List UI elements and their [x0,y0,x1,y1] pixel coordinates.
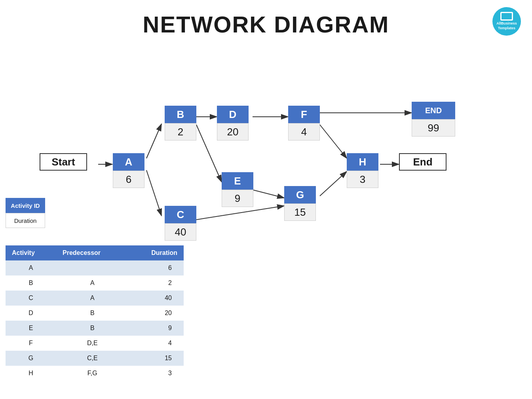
node-E: E 9 [222,172,253,207]
node-G-id: G [284,186,316,203]
logo: AllBusiness Templates [492,7,521,36]
node-C: C 40 [165,206,196,241]
table-row: CA40 [6,291,184,306]
cell-predecessor: B [56,321,129,336]
node-D: D 20 [217,106,249,141]
cell-activity: E [6,321,56,336]
end-duration: 99 [412,119,455,137]
node-end: End [399,153,446,171]
legend-duration: Duration [6,213,45,228]
table-row: EB9 [6,321,184,336]
legend-activity-id: Activity ID [6,198,45,213]
legend: Activity ID Duration [6,198,45,228]
cell-duration: 20 [129,306,184,321]
col-predecessor: Predecessor [56,245,129,260]
node-D-duration: 20 [217,123,249,141]
cell-predecessor: B [56,306,129,321]
cell-activity: A [6,260,56,276]
node-C-duration: 40 [165,223,196,241]
cell-duration: 4 [129,336,184,351]
node-F-id: F [288,106,320,123]
node-H: H 3 [347,153,378,188]
cell-predecessor [56,260,129,276]
table-row: A6 [6,260,184,276]
activity-table: Activity Predecessor Duration A6BA2CA40D… [6,245,184,381]
table-row: BA2 [6,276,184,291]
end-id: END [412,102,455,119]
cell-duration: 9 [129,321,184,336]
cell-activity: D [6,306,56,321]
svg-line-8 [196,206,284,220]
node-E-id: E [222,172,253,190]
cell-predecessor: A [56,291,129,306]
end-label: End [399,153,446,171]
cell-activity: C [6,291,56,306]
node-B-duration: 2 [165,123,196,141]
page-title: NETWORK DIAGRAM [0,0,532,38]
node-A-id: A [113,153,144,171]
col-duration: Duration [129,245,184,260]
cell-activity: F [6,336,56,351]
cell-duration: 3 [129,366,184,381]
start-label: Start [40,153,87,171]
cell-predecessor: A [56,276,129,291]
node-F: F 4 [288,106,320,141]
cell-activity: B [6,276,56,291]
node-E-duration: 9 [222,190,253,207]
cell-predecessor: C,E [56,351,129,366]
node-G: G 15 [284,186,316,221]
node-H-duration: 3 [347,171,378,188]
svg-line-10 [320,171,347,196]
logo-line1: AllBusiness [496,21,517,26]
table-row: HF,G3 [6,366,184,381]
svg-line-7 [253,190,284,198]
node-END: END 99 [412,102,455,137]
node-B-id: B [165,106,196,123]
cell-duration: 6 [129,260,184,276]
svg-line-2 [146,124,162,158]
table-row: DB20 [6,306,184,321]
svg-line-3 [146,170,162,216]
cell-predecessor: D,E [56,336,129,351]
cell-activity: G [6,351,56,366]
cell-predecessor: F,G [56,366,129,381]
svg-line-9 [320,125,347,158]
node-H-id: H [347,153,378,171]
node-D-id: D [217,106,249,123]
logo-line2: Templates [498,26,515,31]
table-section: Activity Predecessor Duration A6BA2CA40D… [6,245,184,381]
cell-duration: 2 [129,276,184,291]
node-F-duration: 4 [288,123,320,141]
node-C-id: C [165,206,196,223]
cell-activity: H [6,366,56,381]
cell-duration: 40 [129,291,184,306]
node-A: A 6 [113,153,144,188]
node-A-duration: 6 [113,171,144,188]
node-G-duration: 15 [284,203,316,221]
col-activity: Activity [6,245,56,260]
cell-duration: 15 [129,351,184,366]
diagram-area: Start A 6 B 2 C 40 D 20 E 9 F 4 G 15 H 3… [0,42,532,271]
table-row: GC,E15 [6,351,184,366]
node-B: B 2 [165,106,196,141]
node-start: Start [40,153,87,171]
table-row: FD,E4 [6,336,184,351]
